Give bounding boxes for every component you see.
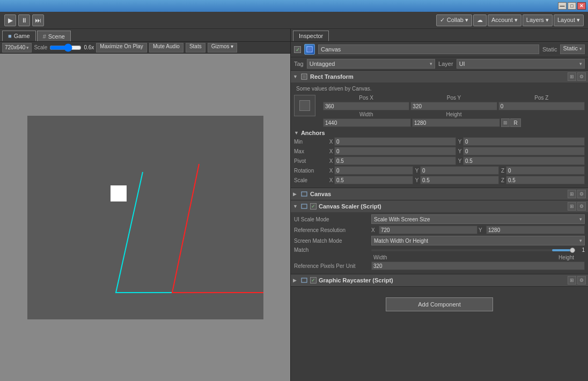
ref-res-y-input[interactable] xyxy=(486,226,585,234)
gr-checkbox[interactable]: ✓ xyxy=(310,277,317,283)
ui-scale-mode-row: UI Scale Mode Scale With Screen Size ▾ xyxy=(294,214,585,224)
ui-scale-mode-dropdown[interactable]: Scale With Screen Size ▾ xyxy=(371,214,585,224)
gr-expand-arrow: ▶ xyxy=(293,278,298,283)
scale-slider[interactable] xyxy=(49,44,82,51)
match-slider[interactable] xyxy=(371,249,572,251)
pos-z-input[interactable] xyxy=(498,102,585,110)
canvas-tools: ⊞ ⚙ xyxy=(568,190,586,198)
tab-game[interactable]: ■ Game xyxy=(2,31,36,41)
rot-x-input[interactable] xyxy=(334,166,413,175)
canvas-scaler-header[interactable]: ▼ ✓ Canvas Scaler (Script) ⊞ ⚙ xyxy=(291,200,588,212)
layout-dropdown[interactable]: Layout ▾ xyxy=(554,14,584,26)
cs-checkbox[interactable]: ✓ xyxy=(310,203,317,210)
width-col-label: Width xyxy=(323,111,409,117)
screen-match-mode-dropdown[interactable]: Match Width Or Height ▾ xyxy=(371,236,585,245)
match-slider-thumb xyxy=(570,248,575,253)
scale-y-input[interactable] xyxy=(420,176,499,184)
pivot-x-input[interactable] xyxy=(334,156,456,165)
width-input[interactable] xyxy=(323,118,411,127)
rot-z-label: Z xyxy=(500,168,505,174)
static-dropdown[interactable]: Static ▾ xyxy=(560,44,585,54)
svg-rect-5 xyxy=(302,204,307,208)
gr-tool-2[interactable]: ⚙ xyxy=(577,276,586,285)
canvas-tool-2[interactable]: ⚙ xyxy=(577,190,586,198)
canvas-header[interactable]: ▶ Canvas ⊞ ⚙ xyxy=(291,188,588,200)
pivot-y-group: Y xyxy=(457,156,585,165)
pos-z-col-label: Pos Z xyxy=(498,95,585,101)
inspector-tab[interactable]: Inspector xyxy=(293,31,329,41)
cs-tool-2[interactable]: ⚙ xyxy=(577,202,586,211)
cs-body: UI Scale Mode Scale With Screen Size ▾ R… xyxy=(291,212,588,274)
scale-x-group: X xyxy=(328,176,413,184)
title-bar-buttons: — □ ✕ xyxy=(558,2,586,10)
rot-y-label: Y xyxy=(414,168,420,174)
ref-ppu-input[interactable] xyxy=(371,262,585,270)
cs-tool-1[interactable]: ⊞ xyxy=(568,202,576,211)
tag-dropdown[interactable]: Untagged ▾ xyxy=(307,59,435,69)
gr-comp-icon xyxy=(300,277,308,284)
match-sublabels: Width Height xyxy=(294,255,585,260)
maximize-button[interactable]: □ xyxy=(568,2,576,10)
anchor-max-x-group: X xyxy=(328,147,456,155)
pause-button[interactable]: ⏸ xyxy=(18,14,30,26)
anchor-max-x-input[interactable] xyxy=(334,147,456,155)
graphic-raycaster-header[interactable]: ▶ ✓ Graphic Raycaster (Script) ⊞ ⚙ xyxy=(291,274,588,286)
pos-x-input[interactable] xyxy=(323,102,409,110)
stats-button[interactable]: Stats xyxy=(186,43,205,53)
rot-x-label: X xyxy=(328,168,334,174)
layers-dropdown[interactable]: Layers ▾ xyxy=(523,14,553,26)
gizmos-dropdown[interactable]: Gizmos ▾ xyxy=(208,43,238,53)
rotation-row: Rotation X Y Z xyxy=(294,166,585,175)
rot-y-input[interactable] xyxy=(420,166,499,175)
static-label: Static xyxy=(542,46,557,53)
rt-tool-2[interactable]: ⚙ xyxy=(577,72,586,81)
ui-scale-mode-label: UI Scale Mode xyxy=(294,216,369,222)
close-button[interactable]: ✕ xyxy=(577,2,586,10)
rect-transform-header[interactable]: ▼ Rect Transform ⊞ ⚙ xyxy=(291,71,588,83)
add-component-button[interactable]: Add Component xyxy=(386,297,493,311)
game-size-dropdown[interactable]: 720x640 ▾ xyxy=(2,43,32,53)
scale-x-input[interactable] xyxy=(334,176,413,184)
tab-scene[interactable]: # Scene xyxy=(37,31,71,41)
canvas-section: ▶ Canvas ⊞ ⚙ xyxy=(291,188,588,200)
step-button[interactable]: ⏭ xyxy=(32,14,44,26)
pivot-group: X Y xyxy=(328,156,585,165)
scale-z-label: Z xyxy=(500,177,505,183)
gr-tool-1[interactable]: ⊞ xyxy=(568,276,576,285)
anchor-min-y-input[interactable] xyxy=(463,137,585,146)
right-panel: Inspector ✓ Static Static ▾ xyxy=(291,29,588,381)
scale-z-input[interactable] xyxy=(506,176,585,184)
ref-res-group: X Y xyxy=(371,226,585,234)
tag-label: Tag xyxy=(294,61,304,67)
rot-z-input[interactable] xyxy=(506,166,585,175)
pos-y-input[interactable] xyxy=(410,102,497,110)
ref-ppu-row: Reference Pixels Per Unit xyxy=(294,262,585,270)
anchor-max-y-label: Y xyxy=(457,148,462,154)
pivot-y-input[interactable] xyxy=(463,156,585,165)
anchor-min-x-group: X xyxy=(328,137,456,146)
rot-y-group: Y xyxy=(414,166,499,175)
r-button[interactable]: R xyxy=(510,118,521,127)
go-name-input[interactable] xyxy=(318,44,539,54)
anchors-max-group: X Y xyxy=(328,147,585,155)
canvas-tool-1[interactable]: ⊞ xyxy=(568,190,576,198)
height-input[interactable] xyxy=(412,118,500,127)
go-active-checkbox[interactable]: ✓ xyxy=(294,46,301,53)
collab-dropdown[interactable]: ✓ Collab ▾ xyxy=(436,14,472,26)
play-button[interactable]: ▶ xyxy=(4,14,16,26)
anchors-max-row: Max X Y xyxy=(294,147,585,155)
ref-res-x-input[interactable] xyxy=(379,226,477,234)
anchor-min-x-input[interactable] xyxy=(334,137,456,146)
anchors-min-row: Min X Y xyxy=(294,137,585,146)
mute-audio-button[interactable]: Mute Audio xyxy=(149,43,183,53)
layer-dropdown[interactable]: UI ▾ xyxy=(457,59,585,69)
anchor-max-y-input[interactable] xyxy=(463,147,585,155)
rt-tool-1[interactable]: ⊞ xyxy=(568,72,576,81)
main-toolbar: ▶ ⏸ ⏭ ✓ Collab ▾ ☁ Account ▾ Layers ▾ La… xyxy=(0,12,588,29)
cloud-button[interactable]: ☁ xyxy=(473,14,487,26)
maximize-on-play-button[interactable]: Maximize On Play xyxy=(96,43,147,53)
rt-tools: ⊞ ⚙ xyxy=(568,72,586,81)
account-dropdown[interactable]: Account ▾ xyxy=(488,14,521,26)
blueprint-btn[interactable]: ⊞ xyxy=(501,118,510,127)
minimize-button[interactable]: — xyxy=(558,2,567,10)
